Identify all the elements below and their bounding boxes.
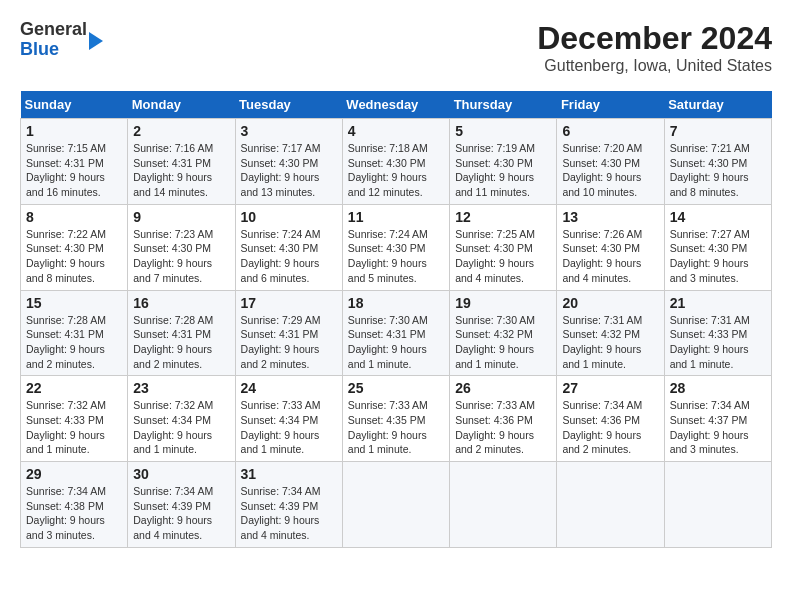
calendar-cell: 3Sunrise: 7:17 AM Sunset: 4:30 PM Daylig…: [235, 119, 342, 205]
day-number: 25: [348, 380, 444, 396]
calendar-cell: 1Sunrise: 7:15 AM Sunset: 4:31 PM Daylig…: [21, 119, 128, 205]
day-number: 10: [241, 209, 337, 225]
day-info: Sunrise: 7:24 AM Sunset: 4:30 PM Dayligh…: [241, 227, 337, 286]
day-info: Sunrise: 7:34 AM Sunset: 4:39 PM Dayligh…: [133, 484, 229, 543]
calendar-cell: 12Sunrise: 7:25 AM Sunset: 4:30 PM Dayli…: [450, 204, 557, 290]
day-info: Sunrise: 7:27 AM Sunset: 4:30 PM Dayligh…: [670, 227, 766, 286]
calendar-week-row: 29Sunrise: 7:34 AM Sunset: 4:38 PM Dayli…: [21, 462, 772, 548]
day-number: 31: [241, 466, 337, 482]
calendar-cell: 7Sunrise: 7:21 AM Sunset: 4:30 PM Daylig…: [664, 119, 771, 205]
calendar-cell: 14Sunrise: 7:27 AM Sunset: 4:30 PM Dayli…: [664, 204, 771, 290]
day-number: 24: [241, 380, 337, 396]
day-info: Sunrise: 7:34 AM Sunset: 4:38 PM Dayligh…: [26, 484, 122, 543]
calendar-cell: 21Sunrise: 7:31 AM Sunset: 4:33 PM Dayli…: [664, 290, 771, 376]
calendar-week-row: 1Sunrise: 7:15 AM Sunset: 4:31 PM Daylig…: [21, 119, 772, 205]
day-info: Sunrise: 7:33 AM Sunset: 4:36 PM Dayligh…: [455, 398, 551, 457]
calendar-cell: 26Sunrise: 7:33 AM Sunset: 4:36 PM Dayli…: [450, 376, 557, 462]
logo-text: GeneralBlue: [20, 20, 87, 60]
day-info: Sunrise: 7:19 AM Sunset: 4:30 PM Dayligh…: [455, 141, 551, 200]
day-number: 27: [562, 380, 658, 396]
day-number: 14: [670, 209, 766, 225]
day-number: 13: [562, 209, 658, 225]
calendar-cell: 15Sunrise: 7:28 AM Sunset: 4:31 PM Dayli…: [21, 290, 128, 376]
calendar-cell: 23Sunrise: 7:32 AM Sunset: 4:34 PM Dayli…: [128, 376, 235, 462]
day-number: 22: [26, 380, 122, 396]
day-info: Sunrise: 7:18 AM Sunset: 4:30 PM Dayligh…: [348, 141, 444, 200]
logo: GeneralBlue: [20, 20, 103, 60]
day-number: 17: [241, 295, 337, 311]
day-number: 23: [133, 380, 229, 396]
calendar-cell: 5Sunrise: 7:19 AM Sunset: 4:30 PM Daylig…: [450, 119, 557, 205]
day-info: Sunrise: 7:28 AM Sunset: 4:31 PM Dayligh…: [133, 313, 229, 372]
calendar-cell: 18Sunrise: 7:30 AM Sunset: 4:31 PM Dayli…: [342, 290, 449, 376]
day-info: Sunrise: 7:34 AM Sunset: 4:39 PM Dayligh…: [241, 484, 337, 543]
day-number: 18: [348, 295, 444, 311]
day-info: Sunrise: 7:32 AM Sunset: 4:34 PM Dayligh…: [133, 398, 229, 457]
day-info: Sunrise: 7:23 AM Sunset: 4:30 PM Dayligh…: [133, 227, 229, 286]
header-tuesday: Tuesday: [235, 91, 342, 119]
calendar-cell: 30Sunrise: 7:34 AM Sunset: 4:39 PM Dayli…: [128, 462, 235, 548]
calendar-cell: 28Sunrise: 7:34 AM Sunset: 4:37 PM Dayli…: [664, 376, 771, 462]
day-number: 19: [455, 295, 551, 311]
calendar-cell: 10Sunrise: 7:24 AM Sunset: 4:30 PM Dayli…: [235, 204, 342, 290]
day-number: 5: [455, 123, 551, 139]
day-info: Sunrise: 7:28 AM Sunset: 4:31 PM Dayligh…: [26, 313, 122, 372]
calendar-header-row: SundayMondayTuesdayWednesdayThursdayFrid…: [21, 91, 772, 119]
page-title: December 2024: [537, 20, 772, 57]
day-info: Sunrise: 7:22 AM Sunset: 4:30 PM Dayligh…: [26, 227, 122, 286]
day-number: 6: [562, 123, 658, 139]
calendar-week-row: 15Sunrise: 7:28 AM Sunset: 4:31 PM Dayli…: [21, 290, 772, 376]
day-info: Sunrise: 7:29 AM Sunset: 4:31 PM Dayligh…: [241, 313, 337, 372]
day-info: Sunrise: 7:20 AM Sunset: 4:30 PM Dayligh…: [562, 141, 658, 200]
calendar-cell: 27Sunrise: 7:34 AM Sunset: 4:36 PM Dayli…: [557, 376, 664, 462]
day-number: 28: [670, 380, 766, 396]
day-number: 20: [562, 295, 658, 311]
day-info: Sunrise: 7:32 AM Sunset: 4:33 PM Dayligh…: [26, 398, 122, 457]
header-monday: Monday: [128, 91, 235, 119]
calendar-cell: 9Sunrise: 7:23 AM Sunset: 4:30 PM Daylig…: [128, 204, 235, 290]
calendar-cell: 13Sunrise: 7:26 AM Sunset: 4:30 PM Dayli…: [557, 204, 664, 290]
day-number: 15: [26, 295, 122, 311]
title-block: December 2024 Guttenberg, Iowa, United S…: [537, 20, 772, 75]
calendar-table: SundayMondayTuesdayWednesdayThursdayFrid…: [20, 91, 772, 548]
calendar-cell: 6Sunrise: 7:20 AM Sunset: 4:30 PM Daylig…: [557, 119, 664, 205]
day-info: Sunrise: 7:31 AM Sunset: 4:33 PM Dayligh…: [670, 313, 766, 372]
day-number: 8: [26, 209, 122, 225]
calendar-cell: 20Sunrise: 7:31 AM Sunset: 4:32 PM Dayli…: [557, 290, 664, 376]
day-info: Sunrise: 7:34 AM Sunset: 4:37 PM Dayligh…: [670, 398, 766, 457]
calendar-cell: 24Sunrise: 7:33 AM Sunset: 4:34 PM Dayli…: [235, 376, 342, 462]
day-number: 3: [241, 123, 337, 139]
calendar-cell: [450, 462, 557, 548]
calendar-week-row: 22Sunrise: 7:32 AM Sunset: 4:33 PM Dayli…: [21, 376, 772, 462]
day-number: 12: [455, 209, 551, 225]
calendar-cell: 31Sunrise: 7:34 AM Sunset: 4:39 PM Dayli…: [235, 462, 342, 548]
day-number: 7: [670, 123, 766, 139]
day-info: Sunrise: 7:15 AM Sunset: 4:31 PM Dayligh…: [26, 141, 122, 200]
day-info: Sunrise: 7:25 AM Sunset: 4:30 PM Dayligh…: [455, 227, 551, 286]
day-info: Sunrise: 7:30 AM Sunset: 4:32 PM Dayligh…: [455, 313, 551, 372]
day-number: 30: [133, 466, 229, 482]
day-info: Sunrise: 7:33 AM Sunset: 4:34 PM Dayligh…: [241, 398, 337, 457]
calendar-cell: 4Sunrise: 7:18 AM Sunset: 4:30 PM Daylig…: [342, 119, 449, 205]
header-friday: Friday: [557, 91, 664, 119]
day-info: Sunrise: 7:33 AM Sunset: 4:35 PM Dayligh…: [348, 398, 444, 457]
calendar-cell: 22Sunrise: 7:32 AM Sunset: 4:33 PM Dayli…: [21, 376, 128, 462]
calendar-cell: 8Sunrise: 7:22 AM Sunset: 4:30 PM Daylig…: [21, 204, 128, 290]
calendar-cell: 2Sunrise: 7:16 AM Sunset: 4:31 PM Daylig…: [128, 119, 235, 205]
day-info: Sunrise: 7:26 AM Sunset: 4:30 PM Dayligh…: [562, 227, 658, 286]
day-number: 1: [26, 123, 122, 139]
header-wednesday: Wednesday: [342, 91, 449, 119]
header-thursday: Thursday: [450, 91, 557, 119]
day-info: Sunrise: 7:17 AM Sunset: 4:30 PM Dayligh…: [241, 141, 337, 200]
day-info: Sunrise: 7:31 AM Sunset: 4:32 PM Dayligh…: [562, 313, 658, 372]
calendar-week-row: 8Sunrise: 7:22 AM Sunset: 4:30 PM Daylig…: [21, 204, 772, 290]
header-sunday: Sunday: [21, 91, 128, 119]
calendar-cell: [557, 462, 664, 548]
calendar-cell: [342, 462, 449, 548]
calendar-cell: 11Sunrise: 7:24 AM Sunset: 4:30 PM Dayli…: [342, 204, 449, 290]
calendar-cell: 16Sunrise: 7:28 AM Sunset: 4:31 PM Dayli…: [128, 290, 235, 376]
day-number: 11: [348, 209, 444, 225]
page-header: GeneralBlue December 2024 Guttenberg, Io…: [20, 20, 772, 75]
day-number: 16: [133, 295, 229, 311]
logo-arrow-icon: [89, 32, 103, 50]
